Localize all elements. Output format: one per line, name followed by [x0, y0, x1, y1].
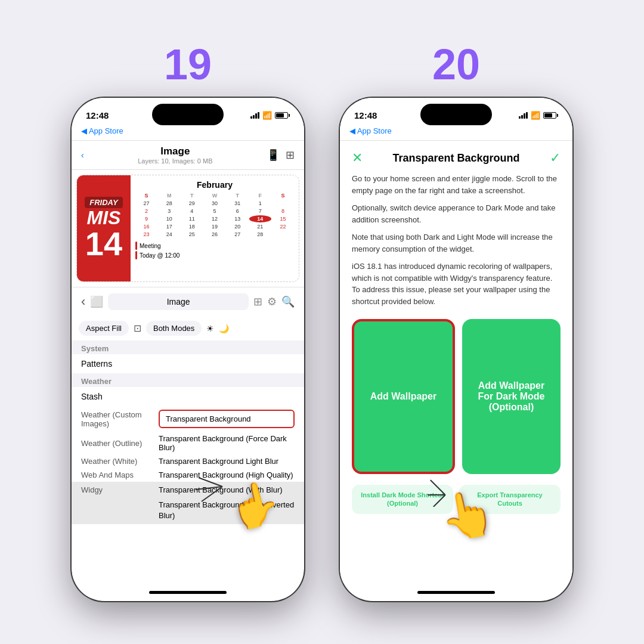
- nav-icons-19: 📱 ⊞: [267, 148, 295, 162]
- hand-cursor-20: 👆: [439, 489, 496, 541]
- app-store-nav-20: ◀ App Store: [340, 124, 572, 141]
- calendar-left: Friday MIS 14: [77, 175, 131, 281]
- patterns-item: Patterns: [72, 354, 304, 373]
- wallpaper-buttons: Add Wallpaper Add Wallpaper For Dark Mod…: [352, 319, 561, 474]
- system-header: System: [72, 340, 304, 354]
- canvas-area-19: Friday MIS 14 February S M T W T: [76, 175, 299, 282]
- calendar-grid: S M T W T F S 27 28 29 30: [135, 192, 294, 238]
- transparent-bg-light-blur: Transparent Background Light Blur: [159, 457, 295, 466]
- step-number-20: 20: [432, 43, 480, 86]
- back-appstore-19[interactable]: ◀ App Store: [81, 126, 123, 135]
- dynamic-island-20: [420, 104, 492, 125]
- step-20: 20 12:48 📶: [340, 43, 572, 601]
- sun-icon[interactable]: ☀: [206, 324, 214, 333]
- modal-title: Transparent Background: [392, 152, 519, 165]
- modal-check-btn[interactable]: ✓: [550, 150, 561, 166]
- transparent-bg-item[interactable]: Transparent Background: [159, 410, 295, 428]
- weather-white-header: Weather (White): [81, 457, 159, 466]
- home-indicator-20: [340, 583, 572, 601]
- moon-icon[interactable]: 🌙: [219, 324, 229, 333]
- phone-outline-icon[interactable]: 📱: [267, 148, 280, 162]
- signal-icon-20: [519, 112, 528, 119]
- fit-icon[interactable]: ⊡: [134, 323, 141, 334]
- toolbar-image-label[interactable]: Image: [108, 293, 249, 310]
- phone2-content: ✕ Transparent Background ✓ Go to your ho…: [340, 141, 572, 583]
- add-wallpaper-dark-btn[interactable]: Add Wallpaper For Dark Mode (Optional): [462, 319, 561, 474]
- status-icons-19: 📶: [250, 111, 290, 120]
- modal-text-3: Note that using both Dark and Light Mode…: [352, 231, 561, 255]
- calendar-right: February S M T W T F S 27 28: [131, 175, 299, 281]
- add-wallpaper-btn[interactable]: Add Wallpaper: [352, 319, 455, 474]
- stash-item: Stash: [72, 387, 304, 406]
- wifi-icon-19: 📶: [262, 111, 272, 120]
- nav-back-19[interactable]: ‹: [81, 150, 84, 160]
- phone-19: 12:48 📶: [72, 98, 304, 601]
- both-modes-pill[interactable]: Both Modes: [146, 321, 202, 336]
- step-19: 19 12:48 📶: [72, 43, 304, 601]
- main-container: 19 12:48 📶: [48, 19, 596, 625]
- hand-cursor-19: 👆: [228, 481, 280, 530]
- calendar-events: Meeting Today @ 12:00: [135, 242, 294, 259]
- battery-icon-20: [543, 112, 558, 119]
- dynamic-island-19: [152, 104, 224, 125]
- svg-line-0: [199, 478, 222, 487]
- toolbar-search-icon[interactable]: 🔍: [281, 295, 295, 308]
- weather-custom-header: Weather (Custom Images): [81, 410, 159, 428]
- transparent-bg-dark-blur: Transparent Background (Force Dark Blur): [159, 434, 295, 452]
- home-indicator-19: [72, 583, 304, 601]
- time-19: 12:48: [86, 110, 109, 120]
- step-number-19: 19: [164, 43, 212, 86]
- wifi-icon-20: 📶: [531, 111, 540, 120]
- aspect-fill-pill[interactable]: Aspect Fill: [79, 321, 129, 336]
- signal-icon-19: [250, 112, 259, 119]
- nav-title-19: Image Layers: 10, Images: 0 MB: [138, 145, 212, 165]
- weather-header: Weather: [72, 373, 304, 387]
- modal-text-1: Go to your home screen and enter jiggle …: [352, 173, 561, 196]
- status-icons-20: 📶: [519, 111, 558, 120]
- nav-bar-19: ‹ Image Layers: 10, Images: 0 MB 📱 ⊞: [72, 141, 304, 170]
- toolbar-grid-icon[interactable]: ⊞: [253, 295, 262, 308]
- phone-20: 12:48 📶: [340, 98, 572, 601]
- widgy-header: Widgy: [81, 485, 159, 494]
- list-section-19: System Patterns Weather Stash Weather (C…: [72, 340, 304, 583]
- modal-text-2: Optionally, switch device apperance to D…: [352, 202, 561, 225]
- phone-19-inner: 12:48 📶: [72, 98, 304, 601]
- battery-icon-19: [275, 112, 290, 119]
- web-maps-header: Web And Maps: [81, 470, 159, 479]
- toolbar-back-btn[interactable]: ‹: [81, 294, 85, 309]
- toolbar-sliders-icon[interactable]: ⚙: [267, 295, 277, 308]
- calendar-widget: Friday MIS 14 February S M T W T: [77, 175, 299, 281]
- toolbar-19: ‹ ⬜ Image ⊞ ⚙ 🔍: [72, 287, 304, 316]
- filter-row-19: Aspect Fill ⊡ Both Modes ☀ 🌙: [72, 316, 304, 340]
- modal-header: ✕ Transparent Background ✓: [340, 141, 572, 173]
- app-store-nav-19: ◀ App Store: [72, 124, 304, 141]
- modal-close-btn[interactable]: ✕: [352, 150, 363, 166]
- grid-icon[interactable]: ⊞: [286, 148, 295, 162]
- modal-text-4: iOS 18.1 has introduced dynamic recolori…: [352, 261, 561, 307]
- back-appstore-20[interactable]: ◀ App Store: [349, 126, 392, 135]
- phone-20-inner: 12:48 📶: [340, 98, 572, 601]
- weather-outline-header: Weather (Outline): [81, 439, 159, 448]
- time-20: 12:48: [354, 110, 377, 120]
- toolbar-layers-icon[interactable]: ⬜: [90, 295, 103, 308]
